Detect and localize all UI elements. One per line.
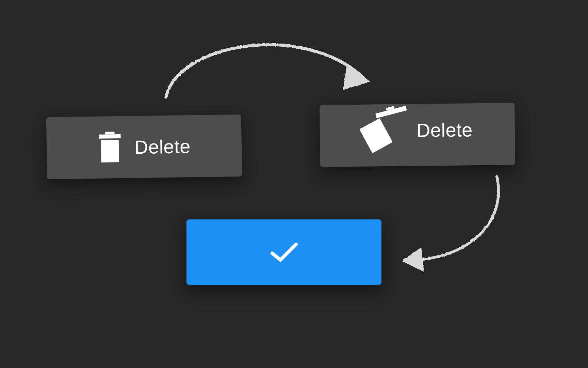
delete-button-normal-label: Delete	[134, 135, 191, 158]
svg-rect-2	[101, 140, 119, 163]
delete-button-hover[interactable]: Delete	[320, 103, 515, 167]
diagram-stage: Delete Delete	[0, 0, 588, 368]
svg-rect-1	[99, 134, 121, 139]
arrow-hover-to-confirm	[385, 170, 514, 279]
trash-icon	[97, 132, 122, 163]
checkmark-icon	[269, 240, 299, 264]
svg-rect-5	[360, 118, 393, 153]
svg-rect-0	[105, 132, 114, 134]
delete-button-normal[interactable]: Delete	[46, 114, 242, 179]
arrow-normal-to-hover	[157, 31, 388, 109]
trash-open-icon	[362, 111, 410, 159]
delete-button-hover-label: Delete	[416, 119, 473, 141]
confirm-button[interactable]	[186, 219, 381, 285]
